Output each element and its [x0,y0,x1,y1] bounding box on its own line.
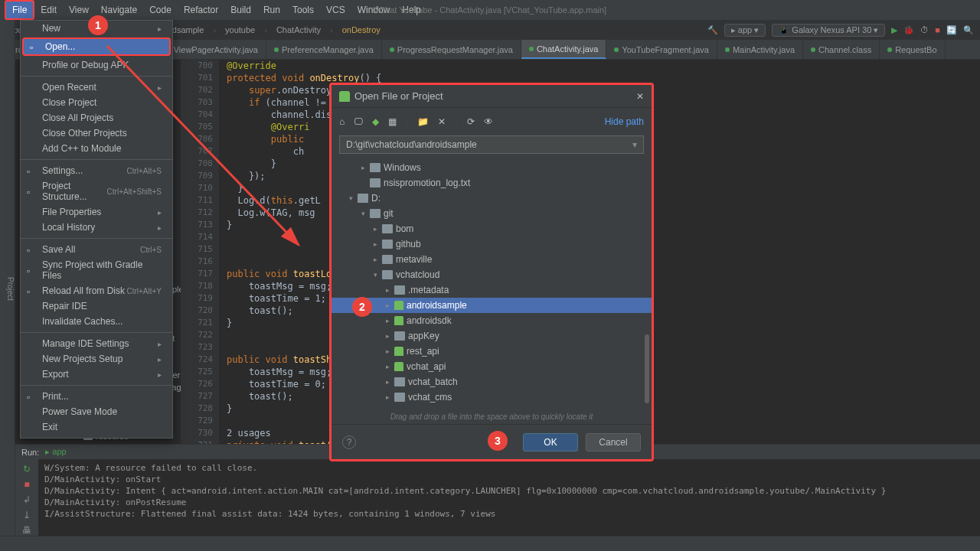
debug-icon[interactable]: 🐞 [903,25,914,35]
file-tree-node[interactable]: ▸vchat_api [332,359,652,374]
folder-icon [382,270,393,279]
project-tool[interactable]: Project [6,277,15,301]
file-tree-node[interactable]: ▸androidsample [332,298,652,313]
refresh-icon[interactable]: ⟳ [467,116,475,127]
menu-item-close-other-projects[interactable]: Close Other Projects [21,126,172,141]
menu-item-manage-ide-settings[interactable]: Manage IDE Settings▸ [21,336,172,351]
cancel-button[interactable]: Cancel [586,433,641,452]
home-icon[interactable]: ⌂ [339,116,345,127]
scroll-end-icon[interactable]: ⤓ [23,510,31,520]
menu-item-save-all[interactable]: ▫Save AllCtrl+S [21,242,172,257]
menu-item-local-history[interactable]: Local History▸ [21,220,172,235]
menu-file[interactable]: File [5,0,34,20]
file-tree-node[interactable]: ▸metaville [332,252,652,267]
profile-icon[interactable]: ⏱ [920,25,929,34]
hammer-icon[interactable]: 🔨 [707,25,718,35]
help-icon[interactable]: ? [342,435,356,449]
breadcrumb-item[interactable]: onDestroy [339,25,384,34]
file-tree-node[interactable]: ▸bom [332,221,652,236]
tab[interactable]: RequestBo [880,40,945,59]
menu-item-new-projects-setup[interactable]: New Projects Setup▸ [21,351,172,367]
tab[interactable]: MainActivity.java [717,40,803,59]
menu-vcs[interactable]: VCS [320,2,351,18]
scrollbar[interactable] [645,334,649,403]
sync-icon[interactable]: 🔄 [946,25,957,35]
run-icon[interactable]: ▶ [891,25,897,35]
tab[interactable]: Channel.class [803,40,880,59]
menu-item-settings-[interactable]: ▫Settings...Ctrl+Alt+S [21,163,172,178]
file-tree-node[interactable]: ▸.metadata [332,282,652,298]
folder-icon [394,393,405,402]
menu-item-reload-all-from-disk[interactable]: ▫Reload All from DiskCtrl+Alt+Y [21,283,172,298]
menu-view[interactable]: View [63,2,95,18]
menu-code[interactable]: Code [143,2,178,18]
file-dropdown: New▸▫Open...Profile or Debug APKOpen Rec… [20,20,173,439]
file-tree-node[interactable]: ▾vchatcloud [332,267,652,282]
chevron-down-icon[interactable]: ▾ [632,139,637,150]
desktop-icon[interactable]: 🖵 [354,116,363,127]
file-tree[interactable]: ▸Windowsnsispromotion_log.txt▾D:▾git▸bom… [332,158,652,409]
file-tree-node[interactable]: ▾git [332,206,652,221]
file-tree-node[interactable]: ▸rest_api [332,344,652,359]
show-hidden-icon[interactable]: 👁 [484,116,493,127]
menu-item-print-[interactable]: ▫Print... [21,389,172,404]
close-icon[interactable]: ✕ [636,91,644,102]
menu-tools[interactable]: Tools [286,2,320,18]
file-tree-node[interactable]: ▸appKey [332,328,652,344]
tab[interactable]: PreferenceManager.java [266,40,382,59]
android-icon [394,316,403,325]
run-toolbar: ↻ ■ ↲ ⤓ 🖶 [15,459,38,536]
menu-item-open-[interactable]: ▫Open... [22,37,171,56]
breadcrumb-item[interactable]: ChatActivity [273,25,324,34]
tab[interactable]: ChatActivity.java [521,40,607,59]
menu-refactor[interactable]: Refactor [178,2,224,18]
menu-item-close-all-projects[interactable]: Close All Projects [21,110,172,126]
ok-button[interactable]: OK [523,433,578,452]
device-selector[interactable]: 📱 Galaxy Nexus API 30 ▾ [772,24,885,37]
menu-item-close-project[interactable]: Close Project [21,95,172,110]
print-icon[interactable]: 🖶 [22,525,31,536]
menu-item-file-properties[interactable]: File Properties▸ [21,204,172,220]
soft-wrap-icon[interactable]: ↲ [23,494,31,505]
tool-strip-left: Project Resource Manager Bookmarks [0,20,15,551]
menu-item-sync-project-with-gradle-files[interactable]: ▫Sync Project with Gradle Files [21,257,172,283]
new-folder-icon[interactable]: 📁 [417,116,429,127]
tab[interactable]: YouTubeFragment.java [606,40,717,59]
file-tree-node[interactable]: ▸github [332,236,652,252]
menu-item-export[interactable]: Export▸ [21,367,172,382]
gutter: 700 701 702 703 704 705 706 707 708 709 … [181,60,219,444]
menu-item-profile-or-debug-apk[interactable]: Profile or Debug APK [21,57,172,73]
menu-edit[interactable]: Edit [34,2,63,18]
menu-item-power-save-mode[interactable]: Power Save Mode [21,404,172,419]
menu-run[interactable]: Run [257,2,286,18]
menu-item-add-c-to-module[interactable]: Add C++ to Module [21,141,172,156]
file-tree-node[interactable]: ▸androidsdk [332,313,652,328]
tab[interactable]: ViewPagerActivity.java [158,40,266,59]
breadcrumb-item[interactable]: youtube [222,25,258,34]
menu-item-exit[interactable]: Exit [21,419,172,435]
menu-item-repair-ide[interactable]: Repair IDE [21,298,172,314]
run-config-selector[interactable]: ▸ app ▾ [724,24,766,37]
file-tree-node[interactable]: ▸Windows [332,160,652,175]
run-output[interactable]: W/System: A resource failed to call clos… [38,459,980,536]
delete-icon[interactable]: ✕ [438,116,446,127]
file-tree-node[interactable]: nsispromotion_log.txt [332,175,652,191]
run-stop-icon[interactable]: ■ [24,479,29,490]
stop-icon[interactable]: ■ [935,25,940,34]
hide-path-link[interactable]: Hide path [605,116,644,127]
menu-item-project-structure-[interactable]: ▫Project Structure...Ctrl+Alt+Shift+S [21,178,172,204]
file-tree-node[interactable]: ▸vchat_batch [332,374,652,390]
file-tree-node[interactable]: ▾D: [332,191,652,206]
tab[interactable]: ProgressRequestManager.java [382,40,521,59]
run-config-name: ▸ app [45,447,66,457]
search-icon[interactable]: 🔍 [963,25,974,35]
menu-item-invalidate-caches-[interactable]: Invalidate Caches... [21,314,172,329]
module-icon[interactable]: ▦ [388,116,397,127]
menu-build[interactable]: Build [224,2,257,18]
rerun-icon[interactable]: ↻ [23,464,31,474]
path-input[interactable]: D:\git\vchatcloud\androidsample ▾ [339,135,644,154]
file-tree-node[interactable]: ▸vchat_cms [332,390,652,405]
menu-icon: ▫ [27,187,36,196]
menu-item-open-recent[interactable]: Open Recent▸ [21,80,172,95]
project-icon[interactable]: ◆ [372,116,379,127]
